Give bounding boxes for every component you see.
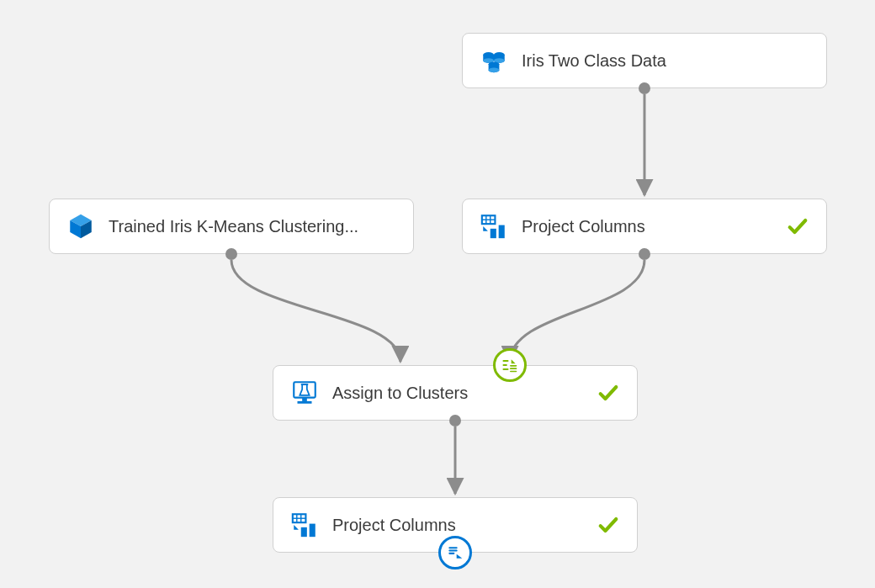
workflow-canvas[interactable]: Iris Two Class Data Trained Iris K-Means… [0, 0, 875, 588]
dataset-icon [480, 46, 508, 75]
svg-rect-11 [499, 225, 505, 239]
experiment-monitor-icon [290, 379, 319, 407]
project-columns-icon [480, 212, 508, 241]
svg-rect-20 [301, 527, 307, 537]
edge [231, 260, 400, 362]
node-trained-model[interactable]: Trained Iris K-Means Clustering... [49, 199, 414, 254]
model-cube-icon [66, 212, 95, 241]
output-port[interactable] [639, 82, 650, 94]
node-project-columns-top[interactable]: Project Columns [462, 199, 827, 254]
svg-rect-15 [298, 401, 312, 404]
node-label: Iris Two Class Data [522, 51, 809, 71]
node-iris-data[interactable]: Iris Two Class Data [462, 33, 827, 88]
node-label: Assign to Clusters [332, 384, 586, 403]
input-port-badge[interactable] [493, 348, 527, 382]
svg-rect-14 [302, 398, 307, 401]
status-success-icon [597, 513, 620, 537]
project-columns-icon [290, 511, 319, 539]
node-label: Project Columns [332, 516, 586, 535]
output-port[interactable] [639, 248, 650, 260]
node-assign-to-clusters[interactable]: Assign to Clusters [273, 365, 638, 421]
status-success-icon [597, 381, 620, 405]
output-port[interactable] [225, 248, 237, 260]
svg-rect-10 [491, 229, 496, 238]
svg-point-5 [489, 68, 500, 73]
edge [510, 260, 644, 362]
svg-rect-21 [310, 524, 316, 538]
node-label: Trained Iris K-Means Clustering... [109, 217, 396, 236]
output-port-badge[interactable] [438, 536, 472, 569]
node-label: Project Columns [522, 217, 776, 236]
status-success-icon [786, 215, 809, 238]
output-port[interactable] [449, 415, 461, 426]
